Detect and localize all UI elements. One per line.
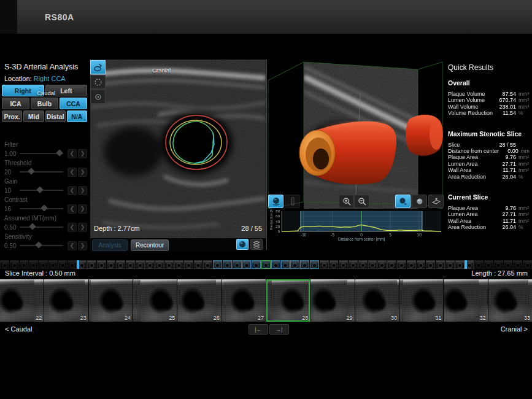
recontour-button[interactable]: Recontour [131, 239, 169, 251]
slider-thumb-gain[interactable] [37, 186, 44, 193]
overview-slice-18[interactable] [164, 260, 174, 269]
slider-decrement-filter[interactable]: ❮ [67, 149, 77, 158]
overview-slice-12[interactable] [107, 260, 116, 269]
overview-slice-53[interactable] [504, 260, 513, 269]
overview-slice-43[interactable] [407, 260, 416, 269]
overview-slice-50[interactable] [474, 260, 484, 269]
overview-slice-42[interactable] [397, 260, 406, 269]
overview-slice-37[interactable] [349, 260, 358, 269]
overview-slice-33[interactable] [310, 260, 319, 269]
overview-slice-45[interactable] [426, 260, 435, 269]
slider-decrement-sensitivity[interactable]: ❮ [67, 241, 77, 250]
overview-slice-55[interactable] [523, 260, 532, 269]
segment-button-ica[interactable]: ICA [2, 98, 29, 109]
slider-track-filter[interactable] [20, 153, 63, 154]
overview-slice-36[interactable] [339, 260, 348, 269]
slider-track-contrast[interactable] [20, 208, 63, 209]
overview-slice-44[interactable] [417, 260, 426, 269]
slider-decrement-contrast[interactable]: ❮ [67, 204, 77, 214]
slice-thumbnail-29[interactable]: 29 [310, 279, 354, 322]
slider-thumb-sensitivity[interactable] [36, 241, 42, 248]
slider-increment-sensitivity[interactable]: ❯ [78, 241, 87, 250]
overview-slice-15[interactable] [136, 260, 145, 269]
go-last-slice-button[interactable]: →| [269, 324, 289, 335]
measure-button[interactable] [285, 195, 300, 208]
overview-slice-20[interactable] [184, 260, 193, 269]
overview-slice-40[interactable] [377, 260, 387, 269]
overview-slice-52[interactable] [494, 260, 503, 269]
sphere-view-button[interactable] [412, 195, 427, 208]
overview-slice-35[interactable] [330, 260, 339, 269]
overview-slice-16[interactable] [145, 260, 155, 269]
ultrasound-image-panel[interactable] [90, 60, 266, 238]
overview-slice-51[interactable] [484, 260, 493, 269]
overview-slice-31[interactable] [290, 260, 299, 269]
slice-thumbnail-32[interactable]: 32 [444, 279, 487, 322]
slider-track-threshold[interactable] [20, 171, 63, 172]
position-button-mid[interactable]: Mid [23, 110, 44, 122]
overview-slice-24[interactable] [223, 260, 232, 269]
zoom-out-button[interactable] [354, 195, 369, 208]
volume-render-button[interactable] [236, 239, 249, 250]
overview-slice-14[interactable] [126, 260, 135, 269]
slider-increment-filter[interactable]: ❯ [78, 149, 87, 158]
slider-decrement-assumed-imt-mm[interactable]: ❮ [67, 223, 77, 232]
overview-slice-28[interactable] [261, 260, 271, 269]
zoom-in-button[interactable] [339, 195, 354, 208]
overview-slice-11[interactable] [97, 260, 106, 269]
slider-thumb-assumed-imt-mm[interactable] [29, 223, 36, 230]
slice-thumbnail-25[interactable]: 25 [133, 279, 177, 322]
slider-thumb-threshold[interactable] [28, 168, 34, 174]
slider-increment-threshold[interactable]: ❯ [78, 168, 87, 177]
overview-slice-10[interactable] [87, 260, 96, 269]
overview-slice-4[interactable] [29, 260, 38, 269]
overview-slice-32[interactable] [300, 260, 309, 269]
overview-slice-48[interactable] [455, 260, 465, 269]
contour-draw-button[interactable] [90, 60, 106, 74]
overview-slice-3[interactable] [20, 260, 29, 269]
overview-slice-5[interactable] [39, 260, 48, 269]
overview-slice-26[interactable] [242, 260, 252, 269]
slider-track-sensitivity[interactable] [20, 245, 63, 246]
overview-slice-29[interactable] [271, 260, 280, 269]
slice-stack-button[interactable] [250, 239, 263, 250]
segment-button-bulb[interactable]: Bulb [31, 98, 58, 109]
overview-slice-8[interactable] [67, 260, 77, 269]
slider-thumb-filter[interactable] [56, 149, 63, 156]
ultrasound-image[interactable] [90, 60, 266, 238]
slider-decrement-threshold[interactable]: ❮ [67, 168, 77, 177]
position-button-distal[interactable]: Distal [45, 110, 66, 122]
trackball-button[interactable] [268, 195, 283, 208]
render-3d-panel[interactable] [267, 60, 444, 209]
slice-thumbnail-24[interactable]: 24 [89, 279, 133, 322]
position-button-na[interactable]: N/A [67, 110, 87, 122]
slice-thumbnail-33[interactable]: 33 [488, 279, 532, 322]
overview-slice-9[interactable] [77, 260, 87, 269]
overview-slice-21[interactable] [194, 260, 203, 269]
overview-slice-6[interactable] [48, 260, 58, 269]
overview-slice-27[interactable] [252, 260, 261, 269]
slider-thumb-contrast[interactable] [40, 204, 47, 211]
slider-increment-assumed-imt-mm[interactable]: ❯ [78, 223, 87, 232]
slider-decrement-gain[interactable]: ❮ [67, 186, 77, 195]
slider-increment-contrast[interactable]: ❯ [78, 204, 87, 214]
volume-rotate-button[interactable] [395, 195, 411, 208]
pan-flat-button[interactable] [428, 195, 444, 208]
overview-slice-41[interactable] [387, 260, 396, 269]
slice-overview-strip[interactable] [0, 260, 532, 269]
segment-button-cca[interactable]: CCA [60, 98, 87, 109]
overview-slice-17[interactable] [155, 260, 164, 269]
position-button-prox[interactable]: Prox. [2, 110, 22, 122]
slice-thumbnail-23[interactable]: 23 [44, 279, 88, 322]
slice-thumbnail-22[interactable]: 22 [0, 279, 44, 322]
slice-thumbnail-30[interactable]: 30 [355, 279, 399, 322]
overview-slice-19[interactable] [174, 260, 183, 269]
go-first-slice-button[interactable]: |← [249, 324, 268, 335]
overview-slice-1[interactable] [0, 260, 9, 269]
overview-slice-2[interactable] [10, 260, 19, 269]
overview-slice-46[interactable] [436, 260, 445, 269]
analysis-button[interactable]: Analysis [92, 239, 128, 251]
overview-slice-13[interactable] [116, 260, 125, 269]
slice-thumbnail-26[interactable]: 26 [177, 279, 221, 322]
overview-slice-49[interactable] [465, 260, 474, 269]
